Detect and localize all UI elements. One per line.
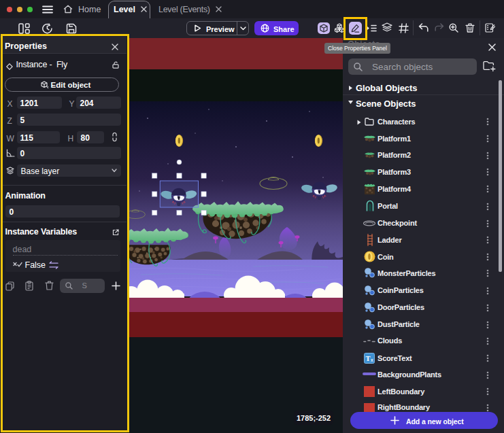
- svg-text:1785;-252: 1785;-252: [297, 414, 331, 422]
- svg-text:T: T: [365, 355, 370, 362]
- svg-text:x: x: [371, 358, 373, 362]
